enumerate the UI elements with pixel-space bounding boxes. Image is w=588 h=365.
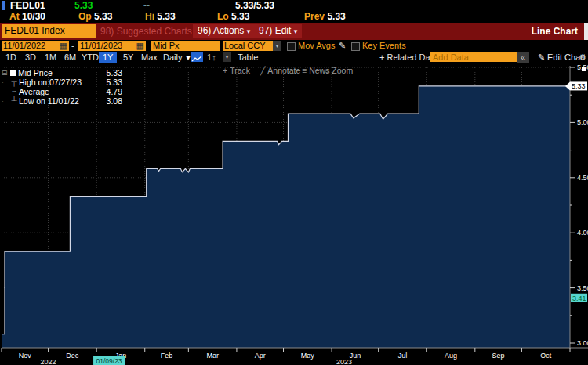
y-axis-label: 4.50 <box>577 174 588 182</box>
x-axis-ticks: NovDecJanFebMarAprMayJunJulAugSepOct2022… <box>2 348 570 365</box>
svg-text:3.41: 3.41 <box>572 295 586 302</box>
chart-plot-area[interactable]: 3.003.504.004.505.005.50NovDecJanFebMarA… <box>0 0 588 365</box>
y-axis-label: 3.00 <box>577 339 588 347</box>
month-label: Dec <box>66 352 79 360</box>
y-axis-label: 3.50 <box>577 284 588 292</box>
last-price-tag: 5.33 <box>565 81 587 90</box>
year-label: 2023 <box>336 358 352 365</box>
y-axis-ticks: 3.003.504.004.505.005.50 <box>570 63 588 347</box>
year-label: 2022 <box>41 358 56 365</box>
axis-marker-tag: 3.41 <box>571 294 587 302</box>
y-axis-label: 5.00 <box>577 118 588 126</box>
month-label: Aug <box>445 352 457 360</box>
month-label: Nov <box>19 352 32 360</box>
svg-text:5.33: 5.33 <box>572 82 586 90</box>
month-label: May <box>301 352 315 360</box>
month-label: Sep <box>492 352 505 360</box>
svg-text:01/09/23: 01/09/23 <box>96 357 122 365</box>
month-label: Feb <box>161 352 173 360</box>
month-label: Oct <box>540 352 552 360</box>
date-marker-tag: 01/09/23 <box>93 356 125 365</box>
y-axis-label: 4.00 <box>577 229 588 237</box>
chart-corner-handle[interactable] <box>582 67 586 71</box>
price-area <box>2 86 570 348</box>
month-label: Jul <box>398 352 408 360</box>
month-label: Apr <box>255 352 266 360</box>
bloomberg-terminal-chart-window: FEDL01 5.33 -- 5.33/5.33 At 10/30Op 5.33… <box>0 0 588 365</box>
month-label: Mar <box>206 352 219 360</box>
